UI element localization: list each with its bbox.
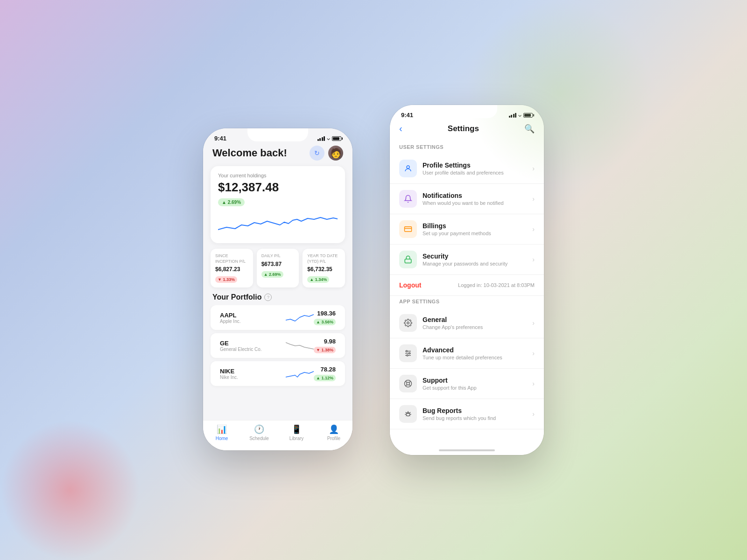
svg-line-14 [409, 385, 410, 386]
svg-rect-1 [405, 227, 412, 232]
stock-item-nike[interactable]: NIKE Nike Inc. 78.28 ▲ 1.12% [211, 361, 345, 386]
settings-item-security[interactable]: Security Manage your passwords and secur… [390, 245, 544, 275]
dashboard-screen: 9:41 ✈ ⌵ Welcome back! ↻ [203, 128, 352, 450]
holdings-chart [218, 211, 338, 237]
nav-home-label: Home [216, 436, 228, 441]
settings-title: Settings [402, 124, 524, 133]
stat-ytd: YEAR TO DATE (YTD) P/L $6,732.35 ▲ 1.34% [303, 249, 345, 287]
bottom-nav: 📊 Home 🕐 Schedule 📱 Library 👤 Profile [203, 420, 352, 450]
stats-row: SINCE INCEPTION P/L $6,827.23 ▼ 1.33% DA… [211, 249, 345, 287]
dashboard-header: Welcome back! ↻ 🧑 [203, 142, 352, 166]
svg-line-15 [409, 381, 410, 383]
app-settings-label: APP SETTINGS [390, 296, 544, 308]
security-title: Security [423, 252, 532, 260]
avatar-area: ↻ 🧑 [310, 146, 343, 161]
nav-profile[interactable]: 👤 Profile [315, 424, 352, 441]
nav-library-label: Library [289, 436, 304, 441]
stock-info-aapl: AAPL Apple Inc. [220, 312, 286, 324]
svg-point-4 [407, 322, 409, 324]
svg-point-19 [409, 413, 409, 414]
settings-item-general[interactable]: General Change App's preferences › [390, 308, 544, 338]
security-chevron: › [532, 256, 535, 263]
profile-icon: 👤 [329, 424, 339, 434]
support-icon [399, 375, 417, 392]
svg-rect-3 [405, 259, 411, 263]
status-icons: ⌵ [317, 135, 342, 141]
security-icon [399, 251, 417, 268]
nav-schedule[interactable]: 🕐 Schedule [240, 424, 278, 441]
advanced-subtitle: Tune up more detailed preferences [423, 355, 532, 360]
stat-daily-label: DAILY P/L [261, 253, 295, 259]
general-icon [399, 314, 417, 332]
refresh-icon: ↻ [314, 149, 320, 157]
settings-item-billings[interactable]: Billings Set up your payment methods › [390, 214, 544, 245]
svg-line-16 [406, 385, 407, 386]
home-icon: 📊 [217, 424, 227, 434]
stock-chart-nike [286, 367, 314, 381]
library-icon: 📱 [291, 424, 302, 434]
profile-settings-icon [399, 160, 417, 177]
bug-reports-subtitle: Send bug reports which you find [423, 415, 532, 421]
stock-ticker-nike: NIKE [220, 368, 286, 375]
advanced-icon [399, 344, 417, 362]
general-chevron: › [532, 319, 535, 327]
nav-library[interactable]: 📱 Library [278, 424, 315, 441]
bug-reports-title: Bug Reports [423, 407, 532, 414]
stock-info-nike: NIKE Nike Inc. [220, 368, 286, 380]
settings-item-support[interactable]: Support Get support for this App › [390, 369, 544, 399]
portfolio-info-icon: ? [264, 294, 272, 301]
stock-item-aapl[interactable]: AAPL Apple Inc. 198.36 ▲ 3.56% [211, 305, 345, 330]
bug-reports-chevron: › [532, 410, 535, 418]
svg-line-13 [406, 381, 407, 383]
nav-home[interactable]: 📊 Home [203, 424, 240, 441]
phone-settings: 9:41 ✈ ⌵ ‹ Settings 🔍 [390, 105, 544, 455]
security-subtitle: Manage your passwords and security [423, 261, 532, 266]
bug-reports-text: Bug Reports Send bug reports which you f… [423, 407, 532, 421]
notifications-icon [399, 190, 417, 208]
svg-point-8 [406, 350, 408, 352]
user-avatar[interactable]: 🧑 [328, 146, 343, 161]
notifications-title: Notifications [423, 192, 532, 199]
home-indicator [390, 441, 544, 455]
notifications-chevron: › [532, 195, 535, 203]
status-time: 9:41 [214, 135, 226, 142]
advanced-text: Advanced Tune up more detailed preferenc… [423, 346, 532, 360]
svg-point-9 [409, 353, 410, 354]
back-button[interactable]: ‹ [399, 123, 402, 134]
settings-header: ‹ Settings 🔍 [390, 119, 544, 141]
stock-ticker-ge: GE [220, 340, 286, 347]
settings-item-notifications[interactable]: Notifications When would you want to be … [390, 184, 544, 214]
support-chevron: › [532, 380, 535, 387]
stock-change-ge: ▼ 1.38% [314, 347, 336, 353]
signal-icon [317, 136, 325, 141]
stat-inception: SINCE INCEPTION P/L $6,827.23 ▼ 1.33% [211, 249, 253, 287]
bug-reports-icon [399, 405, 417, 423]
portfolio-title: Your Portfolio [212, 293, 261, 301]
support-text: Support Get support for this App [423, 377, 532, 391]
user-settings-label: USER SETTINGS [390, 141, 544, 154]
refresh-button[interactable]: ↻ [310, 146, 324, 161]
battery-icon [332, 136, 341, 141]
logout-row: Logout Logged in: 10-03-2021 at 8:03PM [390, 275, 544, 296]
home-bar [439, 449, 495, 451]
signal-icon-2 [509, 113, 517, 118]
stock-item-ge[interactable]: GE General Electric Co. 9.98 ▼ 1.38% [211, 333, 345, 358]
stock-list: AAPL Apple Inc. 198.36 ▲ 3.56% GE Genera… [203, 305, 352, 420]
holdings-amount: $12,387.48 [218, 180, 338, 195]
schedule-icon: 🕐 [254, 424, 264, 434]
logout-button[interactable]: Logout [399, 281, 421, 289]
stock-price-ge: 9.98 [314, 338, 336, 345]
search-button[interactable]: 🔍 [524, 124, 535, 134]
settings-item-bug-reports[interactable]: Bug Reports Send bug reports which you f… [390, 399, 544, 429]
profile-settings-title: Profile Settings [423, 161, 532, 169]
settings-item-profile[interactable]: Profile Settings User profile details an… [390, 154, 544, 184]
general-text: General Change App's preferences [423, 316, 532, 330]
stock-change-aapl: ▲ 3.56% [314, 319, 336, 325]
settings-list: USER SETTINGS Profile Settings User prof… [390, 141, 544, 441]
general-subtitle: Change App's preferences [423, 324, 532, 330]
settings-item-advanced[interactable]: Advanced Tune up more detailed preferenc… [390, 338, 544, 369]
billings-subtitle: Set up your payment methods [423, 231, 532, 236]
security-text: Security Manage your passwords and secur… [423, 252, 532, 266]
notifications-text: Notifications When would you want to be … [423, 192, 532, 206]
stat-ytd-value: $6,732.35 [307, 266, 340, 273]
